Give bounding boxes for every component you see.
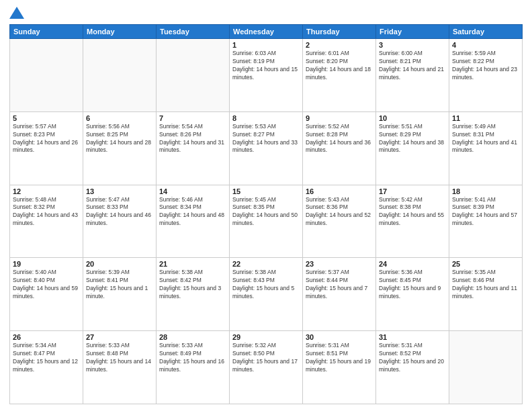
day-number: 30 <box>306 333 373 341</box>
day-number: 21 <box>159 260 226 268</box>
calendar-cell: 29Sunrise: 5:32 AMSunset: 8:50 PMDayligh… <box>230 331 303 404</box>
day-info: Sunrise: 5:49 AMSunset: 8:31 PMDaylight:… <box>452 123 519 155</box>
calendar-cell: 14Sunrise: 5:46 AMSunset: 8:34 PMDayligh… <box>157 185 230 258</box>
calendar-week-1: 1Sunrise: 6:03 AMSunset: 8:19 PMDaylight… <box>10 39 523 112</box>
calendar-week-3: 12Sunrise: 5:48 AMSunset: 8:32 PMDayligh… <box>10 185 523 258</box>
calendar-cell <box>83 39 157 112</box>
day-number: 3 <box>379 41 446 49</box>
calendar-cell: 12Sunrise: 5:48 AMSunset: 8:32 PMDayligh… <box>10 185 83 258</box>
day-number: 27 <box>86 333 153 341</box>
calendar-cell <box>449 331 523 404</box>
weekday-header-sunday: Sunday <box>10 25 83 39</box>
day-number: 6 <box>86 114 153 122</box>
weekday-header-saturday: Saturday <box>449 25 523 39</box>
svg-marker-0 <box>9 7 24 19</box>
calendar-cell: 11Sunrise: 5:49 AMSunset: 8:31 PMDayligh… <box>449 111 523 185</box>
day-info: Sunrise: 5:59 AMSunset: 8:22 PMDaylight:… <box>452 50 519 82</box>
weekday-header-row: SundayMondayTuesdayWednesdayThursdayFrid… <box>10 25 523 39</box>
calendar-cell: 19Sunrise: 5:40 AMSunset: 8:40 PMDayligh… <box>10 258 83 331</box>
day-info: Sunrise: 5:31 AMSunset: 8:52 PMDaylight:… <box>379 342 446 374</box>
day-info: Sunrise: 5:42 AMSunset: 8:38 PMDaylight:… <box>379 196 446 228</box>
calendar-cell: 3Sunrise: 6:00 AMSunset: 8:21 PMDaylight… <box>376 39 449 112</box>
day-info: Sunrise: 5:47 AMSunset: 8:33 PMDaylight:… <box>86 196 153 228</box>
day-number: 5 <box>13 114 80 122</box>
day-number: 26 <box>13 333 80 341</box>
logo <box>9 7 24 20</box>
day-number: 19 <box>13 260 80 268</box>
day-number: 8 <box>232 114 300 122</box>
calendar-cell: 31Sunrise: 5:31 AMSunset: 8:52 PMDayligh… <box>376 331 449 404</box>
day-number: 15 <box>232 187 300 195</box>
day-number: 9 <box>306 114 373 122</box>
day-info: Sunrise: 5:54 AMSunset: 8:26 PMDaylight:… <box>159 123 226 155</box>
day-number: 25 <box>452 260 519 268</box>
calendar-cell: 23Sunrise: 5:37 AMSunset: 8:44 PMDayligh… <box>303 258 376 331</box>
calendar-cell: 28Sunrise: 5:33 AMSunset: 8:49 PMDayligh… <box>157 331 230 404</box>
calendar-cell: 21Sunrise: 5:38 AMSunset: 8:42 PMDayligh… <box>157 258 230 331</box>
day-number: 29 <box>232 333 300 341</box>
calendar-cell: 22Sunrise: 5:38 AMSunset: 8:43 PMDayligh… <box>230 258 303 331</box>
day-number: 12 <box>13 187 80 195</box>
calendar-week-5: 26Sunrise: 5:34 AMSunset: 8:47 PMDayligh… <box>10 331 523 404</box>
weekday-header-wednesday: Wednesday <box>230 25 303 39</box>
day-number: 23 <box>306 260 373 268</box>
day-number: 18 <box>452 187 519 195</box>
calendar-cell: 18Sunrise: 5:41 AMSunset: 8:39 PMDayligh… <box>449 185 523 258</box>
day-number: 4 <box>452 41 519 49</box>
calendar-week-2: 5Sunrise: 5:57 AMSunset: 8:23 PMDaylight… <box>10 111 523 185</box>
day-info: Sunrise: 5:40 AMSunset: 8:40 PMDaylight:… <box>13 269 80 301</box>
calendar-cell: 1Sunrise: 6:03 AMSunset: 8:19 PMDaylight… <box>230 39 303 112</box>
day-number: 1 <box>232 41 300 49</box>
day-info: Sunrise: 5:39 AMSunset: 8:41 PMDaylight:… <box>86 269 153 301</box>
day-number: 11 <box>452 114 519 122</box>
day-info: Sunrise: 5:53 AMSunset: 8:27 PMDaylight:… <box>232 123 300 155</box>
day-info: Sunrise: 5:33 AMSunset: 8:48 PMDaylight:… <box>86 342 153 374</box>
calendar-cell: 25Sunrise: 5:35 AMSunset: 8:46 PMDayligh… <box>449 258 523 331</box>
calendar-cell: 6Sunrise: 5:56 AMSunset: 8:25 PMDaylight… <box>83 111 157 185</box>
day-number: 14 <box>159 187 226 195</box>
day-number: 28 <box>159 333 226 341</box>
day-number: 16 <box>306 187 373 195</box>
day-info: Sunrise: 5:38 AMSunset: 8:42 PMDaylight:… <box>159 269 226 301</box>
weekday-header-tuesday: Tuesday <box>157 25 230 39</box>
day-info: Sunrise: 5:34 AMSunset: 8:47 PMDaylight:… <box>13 342 80 374</box>
calendar-cell <box>10 39 83 112</box>
day-info: Sunrise: 5:32 AMSunset: 8:50 PMDaylight:… <box>232 342 300 374</box>
day-number: 10 <box>379 114 446 122</box>
day-info: Sunrise: 6:00 AMSunset: 8:21 PMDaylight:… <box>379 50 446 82</box>
calendar-cell: 15Sunrise: 5:45 AMSunset: 8:35 PMDayligh… <box>230 185 303 258</box>
calendar-cell: 13Sunrise: 5:47 AMSunset: 8:33 PMDayligh… <box>83 185 157 258</box>
day-number: 2 <box>306 41 373 49</box>
day-info: Sunrise: 5:38 AMSunset: 8:43 PMDaylight:… <box>232 269 300 301</box>
day-info: Sunrise: 5:31 AMSunset: 8:51 PMDaylight:… <box>306 342 373 374</box>
day-info: Sunrise: 5:51 AMSunset: 8:29 PMDaylight:… <box>379 123 446 155</box>
calendar-cell: 20Sunrise: 5:39 AMSunset: 8:41 PMDayligh… <box>83 258 157 331</box>
day-info: Sunrise: 5:33 AMSunset: 8:49 PMDaylight:… <box>159 342 226 374</box>
day-info: Sunrise: 6:03 AMSunset: 8:19 PMDaylight:… <box>232 50 300 82</box>
day-info: Sunrise: 5:43 AMSunset: 8:36 PMDaylight:… <box>306 196 373 228</box>
day-info: Sunrise: 5:37 AMSunset: 8:44 PMDaylight:… <box>306 269 373 301</box>
day-info: Sunrise: 5:48 AMSunset: 8:32 PMDaylight:… <box>13 196 80 228</box>
calendar-cell: 4Sunrise: 5:59 AMSunset: 8:22 PMDaylight… <box>449 39 523 112</box>
day-number: 20 <box>86 260 153 268</box>
logo-triangle-icon <box>9 7 24 19</box>
day-info: Sunrise: 5:35 AMSunset: 8:46 PMDaylight:… <box>452 269 519 301</box>
weekday-header-thursday: Thursday <box>303 25 376 39</box>
calendar-cell: 7Sunrise: 5:54 AMSunset: 8:26 PMDaylight… <box>157 111 230 185</box>
page: SundayMondayTuesdayWednesdayThursdayFrid… <box>0 0 532 411</box>
calendar-cell <box>157 39 230 112</box>
header <box>9 7 523 20</box>
calendar-cell: 30Sunrise: 5:31 AMSunset: 8:51 PMDayligh… <box>303 331 376 404</box>
calendar-cell: 8Sunrise: 5:53 AMSunset: 8:27 PMDaylight… <box>230 111 303 185</box>
day-number: 17 <box>379 187 446 195</box>
day-info: Sunrise: 5:52 AMSunset: 8:28 PMDaylight:… <box>306 123 373 155</box>
calendar-cell: 5Sunrise: 5:57 AMSunset: 8:23 PMDaylight… <box>10 111 83 185</box>
calendar-cell: 10Sunrise: 5:51 AMSunset: 8:29 PMDayligh… <box>376 111 449 185</box>
calendar-cell: 26Sunrise: 5:34 AMSunset: 8:47 PMDayligh… <box>10 331 83 404</box>
calendar-cell: 27Sunrise: 5:33 AMSunset: 8:48 PMDayligh… <box>83 331 157 404</box>
day-number: 22 <box>232 260 300 268</box>
day-number: 31 <box>379 333 446 341</box>
weekday-header-monday: Monday <box>83 25 157 39</box>
day-number: 7 <box>159 114 226 122</box>
day-info: Sunrise: 5:41 AMSunset: 8:39 PMDaylight:… <box>452 196 519 228</box>
